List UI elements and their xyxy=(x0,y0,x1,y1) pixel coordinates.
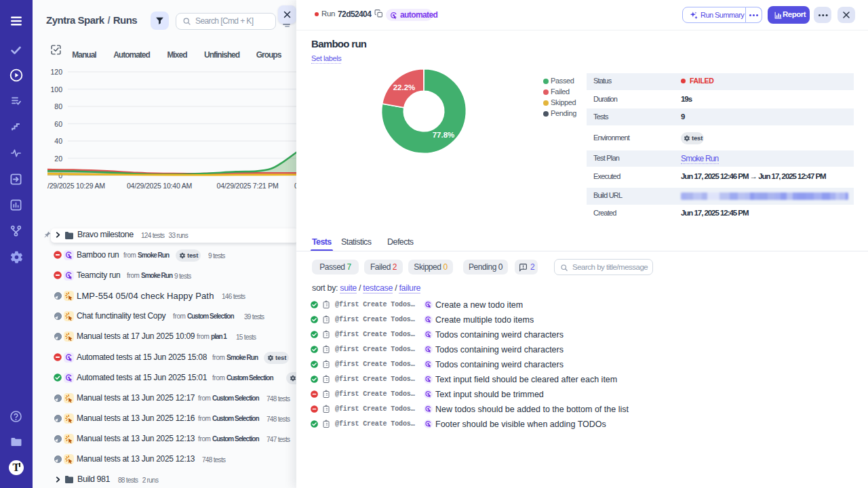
svg-text:77.8%: 77.8% xyxy=(433,131,455,139)
svg-text:22.2%: 22.2% xyxy=(393,83,416,92)
